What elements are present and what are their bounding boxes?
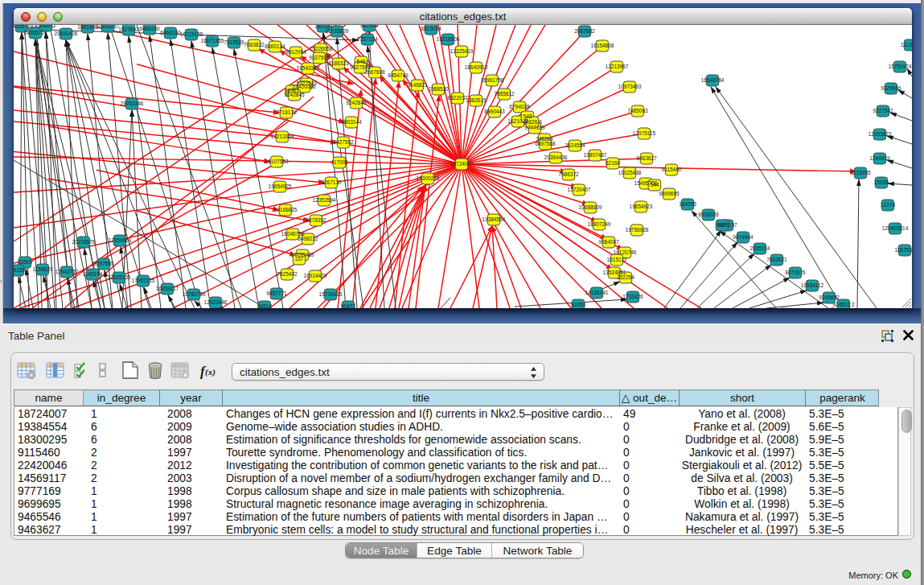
svg-text:15720407: 15720407 — [568, 187, 591, 192]
svg-text:18807249: 18807249 — [588, 221, 611, 227]
svg-text:9115460: 9115460 — [662, 167, 682, 172]
svg-text:19166825: 19166825 — [274, 207, 298, 212]
svg-text:9242845: 9242845 — [346, 100, 367, 105]
svg-text:29053346: 29053346 — [121, 101, 144, 106]
svg-text:9329966: 9329966 — [881, 85, 901, 91]
svg-text:9245652: 9245652 — [819, 295, 840, 300]
svg-text:10025438: 10025438 — [618, 170, 642, 175]
svg-text:7357224: 7357224 — [357, 36, 378, 42]
svg-text:10958117: 10958117 — [156, 286, 179, 291]
svg-text:6466160: 6466160 — [139, 26, 160, 31]
svg-text:2306912: 2306912 — [35, 25, 56, 28]
svg-text:19654923: 19654923 — [630, 204, 653, 209]
svg-text:10973493: 10973493 — [618, 84, 642, 89]
svg-text:9327506: 9327506 — [309, 55, 330, 60]
svg-text:7625402: 7625402 — [277, 271, 298, 277]
svg-text:18640910: 18640910 — [465, 64, 488, 70]
svg-text:9463627: 9463627 — [636, 155, 657, 161]
svg-text:9242845: 9242845 — [284, 92, 305, 97]
svg-text:44626 6: 44626 6 — [523, 119, 542, 125]
svg-text:12093823: 12093823 — [869, 131, 892, 137]
svg-text:15226058: 15226058 — [310, 46, 333, 51]
svg-text:12213967: 12213967 — [606, 64, 629, 69]
svg-text:8912954: 8912954 — [285, 49, 306, 55]
svg-text:12274: 12274 — [881, 202, 895, 208]
svg-text:546: 546 — [357, 59, 366, 64]
svg-text:164095: 164095 — [679, 201, 696, 207]
svg-text:7632621: 7632621 — [766, 257, 787, 262]
svg-text:19384554: 19384554 — [483, 216, 506, 222]
svg-text:16154808: 16154808 — [591, 43, 614, 48]
svg-text:687: 687 — [718, 222, 727, 228]
svg-text:12353594: 12353594 — [313, 197, 336, 203]
svg-text:543: 543 — [524, 113, 532, 119]
svg-text:7955812: 7955812 — [494, 91, 515, 97]
svg-text:7986372: 7986372 — [558, 171, 579, 177]
svg-text:16543362: 16543362 — [297, 65, 320, 71]
svg-text:16782759: 16782759 — [183, 291, 206, 297]
svg-text:9899695: 9899695 — [659, 191, 680, 196]
svg-text:17957225: 17957225 — [132, 278, 155, 283]
svg-text:16107553: 16107553 — [265, 159, 289, 164]
svg-text:1156829: 1156829 — [33, 266, 53, 272]
svg-text:16961758: 16961758 — [481, 77, 504, 83]
svg-text:10654112: 10654112 — [801, 282, 824, 288]
svg-text:12942757: 12942757 — [55, 269, 79, 274]
svg-text:12975115: 12975115 — [633, 130, 656, 136]
svg-text:6794028: 6794028 — [509, 104, 530, 109]
svg-text:17359924: 17359924 — [109, 237, 132, 243]
svg-text:39159: 39159 — [14, 267, 25, 273]
svg-text:9777169: 9777169 — [524, 125, 545, 130]
svg-text:10807487: 10807487 — [584, 152, 607, 158]
svg-text:(x): (x) — [205, 367, 216, 377]
svg-text:24055724: 24055724 — [14, 25, 34, 29]
svg-text:20691406: 20691406 — [55, 31, 78, 36]
svg-text:881305: 881305 — [360, 25, 378, 28]
svg-text:8938928: 8938928 — [698, 212, 719, 217]
svg-text:13325419: 13325419 — [450, 48, 474, 54]
svg-text:8186323: 8186323 — [328, 60, 349, 66]
svg-text:10688609: 10688609 — [579, 204, 602, 210]
svg-text:10719155: 10719155 — [180, 31, 203, 37]
svg-text:7515526: 7515526 — [224, 39, 244, 45]
svg-text:8660124: 8660124 — [265, 43, 285, 49]
svg-text:8678352: 8678352 — [306, 217, 326, 223]
svg-text:8454749: 8454749 — [388, 72, 409, 78]
svg-text:2087682: 2087682 — [574, 28, 595, 34]
svg-text:16033809: 16033809 — [326, 28, 349, 34]
svg-text:1362615: 1362615 — [466, 97, 487, 103]
svg-text:33500: 33500 — [18, 259, 32, 265]
svg-text:16120746: 16120746 — [614, 249, 637, 255]
svg-text:92450: 92450 — [571, 302, 585, 307]
svg-text:7663822: 7663822 — [244, 42, 265, 47]
svg-text:18724007: 18724007 — [450, 161, 474, 167]
svg-text:1167533: 1167533 — [895, 247, 912, 253]
svg-text:9084067: 9084067 — [598, 239, 619, 245]
svg-text:1244419: 1244419 — [869, 155, 890, 161]
svg-text:1588520: 1588520 — [428, 86, 449, 92]
svg-text:9397565: 9397565 — [93, 261, 114, 266]
svg-text:14055724: 14055724 — [24, 30, 47, 35]
svg-text:62160: 62160 — [606, 160, 620, 166]
svg-text:8990443: 8990443 — [484, 109, 505, 114]
svg-text:10653267: 10653267 — [97, 25, 120, 29]
svg-text:8215955: 8215955 — [850, 170, 871, 175]
svg-text:120403514: 120403514 — [882, 225, 909, 231]
svg-text:924501 2: 924501 2 — [832, 302, 854, 307]
svg-text:15716485: 15716485 — [319, 291, 343, 297]
svg-text:1615112: 1615112 — [607, 257, 627, 262]
svg-text:12505135: 12505135 — [108, 274, 131, 280]
svg-text:157: 157 — [295, 256, 304, 262]
svg-text:2803144: 2803144 — [341, 119, 362, 125]
svg-text:1145194: 1145194 — [83, 271, 103, 277]
svg-text:1733426: 1733426 — [622, 294, 643, 299]
svg-text:1112609: 1112609 — [901, 42, 912, 47]
svg-text:90472: 90472 — [341, 303, 355, 308]
svg-text:9474444: 9474444 — [733, 234, 754, 240]
svg-text:19756928: 19756928 — [626, 227, 649, 233]
svg-text:14136141: 14136141 — [585, 290, 609, 295]
svg-text:8267130: 8267130 — [321, 179, 342, 185]
svg-text:3624554: 3624554 — [565, 142, 585, 148]
svg-text:15935: 15935 — [874, 179, 889, 185]
svg-text:19654925: 19654925 — [269, 183, 292, 189]
